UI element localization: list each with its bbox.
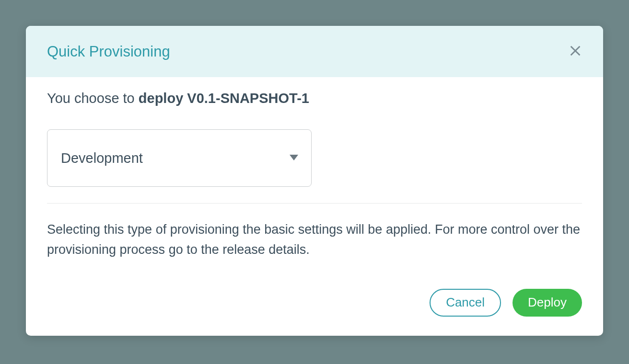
deploy-button[interactable]: Deploy: [513, 289, 582, 317]
modal-header: Quick Provisioning: [26, 26, 603, 77]
quick-provisioning-modal: Quick Provisioning You choose to deploy …: [26, 26, 603, 336]
cancel-button[interactable]: Cancel: [430, 289, 501, 317]
environment-select-value: Development: [61, 150, 143, 166]
close-icon: [569, 44, 582, 59]
divider: [47, 203, 582, 204]
provisioning-description: Selecting this type of provisioning the …: [47, 220, 582, 260]
modal-body: You choose to deploy V0.1-SNAPSHOT-1 Dev…: [26, 77, 603, 336]
modal-subtitle: You choose to deploy V0.1-SNAPSHOT-1: [47, 91, 582, 106]
subtitle-prefix: You choose to: [47, 91, 139, 106]
close-button[interactable]: [567, 42, 584, 61]
environment-select-wrap: Development: [47, 129, 312, 187]
subtitle-version: deploy V0.1-SNAPSHOT-1: [139, 91, 309, 106]
modal-actions: Cancel Deploy: [47, 289, 582, 317]
modal-title: Quick Provisioning: [47, 43, 170, 60]
environment-select[interactable]: Development: [47, 129, 312, 187]
